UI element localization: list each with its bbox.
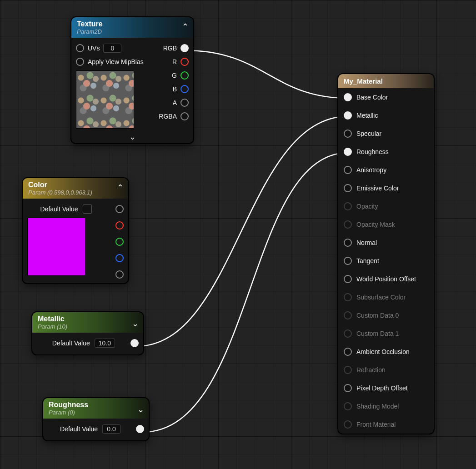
node-metallic[interactable]: Metallic Param (10) ⌄ Default Value 10.0 — [32, 312, 143, 354]
material-input-base-color[interactable]: Base Color — [338, 88, 434, 106]
color-swatch[interactable] — [83, 205, 92, 214]
output-a-pin[interactable] — [115, 270, 124, 279]
pin-label: Normal — [356, 239, 377, 246]
material-input-ambient-occlusion[interactable]: Ambient Occlusion — [338, 343, 434, 361]
material-input-custom-data-1[interactable]: Custom Data 1 — [338, 324, 434, 343]
pin-icon[interactable] — [344, 184, 352, 192]
node-header[interactable]: Roughness Param (0) ⌄ — [43, 398, 149, 419]
chevron-down-icon[interactable]: ⌄ — [137, 404, 144, 414]
material-input-specular[interactable]: Specular — [338, 125, 434, 143]
output-pin[interactable] — [130, 339, 139, 347]
pin-icon[interactable] — [344, 275, 352, 283]
pin-icon[interactable] — [344, 311, 352, 319]
pin-label: RGB — [163, 45, 177, 52]
output-rgba-pin[interactable] — [115, 205, 124, 213]
output-r-pin[interactable] — [115, 221, 124, 230]
node-header[interactable]: Color Param (0.598,0,0.963,1) ⌃ — [23, 178, 128, 199]
input-uvs[interactable]: UVs 0 — [76, 41, 145, 55]
uvs-value[interactable]: 0 — [103, 44, 121, 53]
pin-icon[interactable] — [76, 44, 84, 52]
default-value-input[interactable]: 0.0 — [102, 424, 120, 434]
output-a[interactable]: A — [149, 96, 189, 110]
node-subtitle: Param (10) — [38, 323, 129, 330]
pin-label: Custom Data 1 — [356, 330, 399, 337]
material-input-front-material[interactable]: Front Material — [338, 415, 434, 434]
material-input-custom-data-0[interactable]: Custom Data 0 — [338, 306, 434, 324]
default-value-input[interactable]: 10.0 — [95, 339, 115, 348]
material-input-normal[interactable]: Normal — [338, 234, 434, 252]
node-header[interactable]: Metallic Param (10) ⌄ — [32, 312, 143, 333]
chevron-up-icon[interactable]: ⌃ — [182, 22, 189, 32]
output-rgba[interactable]: RGBA — [149, 110, 189, 123]
pin-label: Opacity — [356, 203, 378, 210]
pin-icon[interactable] — [344, 166, 352, 174]
pin-icon[interactable] — [344, 220, 352, 229]
pin-icon[interactable] — [344, 93, 352, 101]
pin-icon[interactable] — [76, 58, 84, 66]
pin-icon[interactable] — [344, 111, 352, 120]
default-value-label: Default Value — [40, 205, 78, 213]
output-g[interactable]: G — [149, 69, 189, 82]
material-input-opacity[interactable]: Opacity — [338, 197, 434, 215]
node-roughness[interactable]: Roughness Param (0) ⌄ Default Value 0.0 — [43, 398, 149, 440]
material-input-world-position-offset[interactable]: World Position Offset — [338, 270, 434, 288]
node-title: Texture — [77, 20, 179, 28]
pin-icon[interactable] — [180, 71, 189, 80]
output-r[interactable]: R — [149, 55, 189, 69]
pin-label: Apply View MipBias — [88, 58, 144, 65]
pin-label: Pixel Depth Offset — [356, 384, 408, 392]
material-input-roughness[interactable]: Roughness — [338, 143, 434, 161]
chevron-down-icon[interactable]: ⌄ — [71, 133, 193, 143]
node-texture[interactable]: Texture Param2D ⌃ UVs 0 Apply View MipBi… — [71, 17, 193, 143]
pin-icon[interactable] — [344, 202, 352, 210]
pin-label: Front Material — [356, 421, 396, 428]
pin-icon[interactable] — [180, 58, 189, 66]
node-material-output[interactable]: My_Material Base ColorMetallicSpecularRo… — [338, 74, 434, 434]
chevron-down-icon[interactable]: ⌄ — [132, 319, 139, 329]
material-input-pixel-depth-offset[interactable]: Pixel Depth Offset — [338, 379, 434, 397]
material-input-shading-model[interactable]: Shading Model — [338, 397, 434, 415]
pin-icon[interactable] — [344, 402, 352, 410]
pin-label: Anisotropy — [356, 166, 386, 174]
pin-icon[interactable] — [344, 420, 352, 429]
node-color[interactable]: Color Param (0.598,0,0.963,1) ⌃ Default … — [23, 178, 128, 283]
pin-icon[interactable] — [180, 44, 189, 52]
default-value-label: Default Value — [52, 339, 90, 347]
material-input-metallic[interactable]: Metallic — [338, 106, 434, 125]
output-b[interactable]: B — [149, 82, 189, 96]
output-rgb[interactable]: RGB — [149, 41, 189, 55]
pin-icon[interactable] — [344, 130, 352, 138]
material-input-subsurface-color[interactable]: Subsurface Color — [338, 288, 434, 306]
output-g-pin[interactable] — [115, 238, 124, 246]
input-mipbias[interactable]: Apply View MipBias — [76, 55, 145, 69]
material-input-anisotropy[interactable]: Anisotropy — [338, 161, 434, 179]
node-header[interactable]: Texture Param2D ⌃ — [71, 17, 193, 38]
pin-icon[interactable] — [344, 366, 352, 374]
pin-icon[interactable] — [344, 239, 352, 247]
pin-label: Roughness — [356, 148, 389, 155]
output-b-pin[interactable] — [115, 254, 124, 262]
output-pin[interactable] — [136, 425, 144, 433]
material-input-emissive-color[interactable]: Emissive Color — [338, 179, 434, 197]
pin-icon[interactable] — [344, 329, 352, 338]
pin-icon[interactable] — [344, 293, 352, 301]
pin-label: World Position Offset — [356, 275, 416, 283]
pin-label: B — [173, 85, 177, 93]
pin-icon[interactable] — [180, 99, 189, 107]
material-pins: Base ColorMetallicSpecularRoughnessAniso… — [338, 88, 434, 434]
pin-icon[interactable] — [180, 85, 189, 93]
material-input-opacity-mask[interactable]: Opacity Mask — [338, 215, 434, 234]
pin-icon[interactable] — [344, 384, 352, 392]
pin-icon[interactable] — [180, 112, 189, 120]
pin-label: Opacity Mask — [356, 221, 395, 228]
pin-label: RGBA — [159, 113, 177, 120]
chevron-up-icon[interactable]: ⌃ — [117, 183, 124, 193]
color-preview[interactable] — [27, 218, 85, 276]
material-input-refraction[interactable]: Refraction — [338, 361, 434, 379]
pin-icon[interactable] — [344, 148, 352, 156]
pin-icon[interactable] — [344, 348, 352, 356]
node-header[interactable]: My_Material — [338, 74, 434, 88]
material-input-tangent[interactable]: Tangent — [338, 252, 434, 270]
texture-preview[interactable] — [76, 70, 134, 129]
pin-icon[interactable] — [344, 257, 352, 265]
